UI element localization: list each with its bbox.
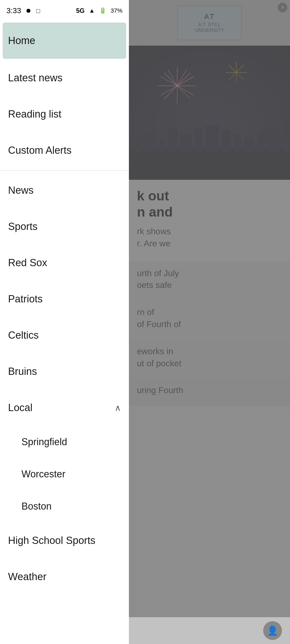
sidebar-item-news[interactable]: News <box>0 172 129 208</box>
sidebar-item-boston-label: Boston <box>21 501 52 512</box>
sidebar-item-red-sox[interactable]: Red Sox <box>0 245 129 281</box>
sidebar-item-reading-list-label: Reading list <box>8 108 61 120</box>
screen-record-icon: ◻ <box>36 7 41 14</box>
sidebar-item-springfield-label: Springfield <box>21 436 67 448</box>
sidebar-item-worcester-label: Worcester <box>21 469 65 480</box>
recording-icon: ⏺ <box>26 7 31 14</box>
profile-icon[interactable]: 👤 <box>263 621 282 640</box>
sidebar-item-custom-alerts[interactable]: Custom Alerts <box>0 132 129 169</box>
sidebar-item-patriots[interactable]: Patriots <box>0 281 129 317</box>
sidebar-item-local[interactable]: Local ∧ <box>0 390 129 426</box>
sidebar-item-custom-alerts-label: Custom Alerts <box>8 145 72 156</box>
sidebar-item-red-sox-label: Red Sox <box>8 257 47 269</box>
person-icon: 👤 <box>267 625 278 636</box>
sidebar-item-worcester[interactable]: Worcester <box>0 458 129 490</box>
chevron-up-icon: ∧ <box>115 403 121 413</box>
sidebar-item-sports[interactable]: Sports <box>0 208 129 245</box>
sidebar-item-home-label: Home <box>8 35 35 46</box>
menu-divider <box>0 170 129 171</box>
battery-percent: 37% <box>111 7 122 14</box>
sidebar-item-weather-label: Weather <box>8 571 46 583</box>
battery-icon: 🔋 <box>99 7 106 14</box>
sidebar-item-celtics-label: Celtics <box>8 330 39 341</box>
sidebar-item-weather[interactable]: Weather <box>0 559 129 595</box>
sidebar-item-bruins-label: Bruins <box>8 366 37 377</box>
sidebar-item-springfield[interactable]: Springfield <box>0 426 129 458</box>
sidebar-item-boston[interactable]: Boston <box>0 490 129 522</box>
sidebar-item-local-label: Local <box>8 402 32 414</box>
sidebar-item-patriots-label: Patriots <box>8 293 43 305</box>
bottom-navigation-bar: 👤 <box>129 617 290 644</box>
sidebar-item-news-label: News <box>8 185 34 196</box>
signal-5g: 5G <box>76 7 85 14</box>
navigation-drawer: 3:33 ⏺ ◻ 5G ▲ 🔋 37% Home Latest news Rea… <box>0 0 129 644</box>
sidebar-item-high-school-sports[interactable]: High School Sports <box>0 522 129 559</box>
sidebar-item-latest-news[interactable]: Latest news <box>0 60 129 96</box>
sidebar-item-high-school-sports-label: High School Sports <box>8 535 95 546</box>
drawer-status-bar: 3:33 ⏺ ◻ 5G ▲ 🔋 37% <box>0 0 129 21</box>
drawer-overlay[interactable] <box>129 0 290 644</box>
wifi-icon: ▲ <box>89 7 95 14</box>
sidebar-item-home[interactable]: Home <box>3 23 126 59</box>
sidebar-item-celtics[interactable]: Celtics <box>0 317 129 353</box>
status-time: 3:33 <box>6 6 21 15</box>
sidebar-item-reading-list[interactable]: Reading list <box>0 96 129 132</box>
sidebar-item-sports-label: Sports <box>8 221 38 232</box>
sidebar-item-bruins[interactable]: Bruins <box>0 353 129 390</box>
sidebar-item-latest-news-label: Latest news <box>8 72 63 84</box>
